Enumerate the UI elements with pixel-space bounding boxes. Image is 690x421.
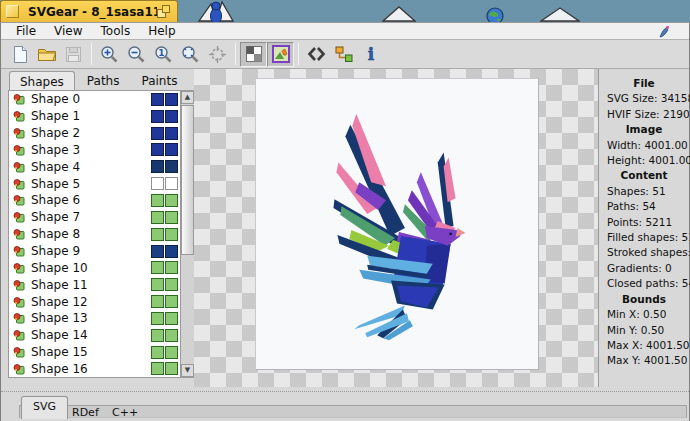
fill-color-swatch[interactable] bbox=[151, 245, 164, 258]
shape-icon bbox=[13, 329, 25, 341]
shapes-scrollbar[interactable]: ▲ ▼ bbox=[180, 91, 194, 377]
shape-label: Shape 7 bbox=[25, 210, 151, 224]
fill-color-swatch[interactable] bbox=[151, 177, 164, 190]
desktop-pyramid-icon[interactable] bbox=[540, 7, 580, 22]
stroke-color-swatch[interactable] bbox=[165, 177, 178, 190]
shape-icon bbox=[13, 296, 25, 308]
shape-icon bbox=[13, 194, 25, 206]
shape-list-item[interactable]: Shape 13 bbox=[9, 310, 180, 327]
tab-shapes[interactable]: Shapes bbox=[9, 71, 75, 91]
stroke-color-swatch[interactable] bbox=[165, 245, 178, 258]
fill-color-swatch[interactable] bbox=[151, 93, 164, 106]
shape-list-item[interactable]: Shape 5 bbox=[9, 175, 180, 192]
window-title: SVGear - 8_1sasa11.svg bbox=[28, 5, 157, 19]
stroke-color-swatch[interactable] bbox=[165, 278, 178, 291]
fill-color-swatch[interactable] bbox=[151, 110, 164, 123]
menu-view[interactable]: View bbox=[45, 23, 91, 39]
open-button[interactable] bbox=[33, 42, 60, 67]
fill-color-swatch[interactable] bbox=[151, 329, 164, 342]
fill-color-swatch[interactable] bbox=[151, 362, 164, 375]
shape-list-item[interactable]: Shape 1 bbox=[9, 108, 180, 125]
save-button[interactable] bbox=[60, 42, 87, 67]
fill-color-swatch[interactable] bbox=[151, 295, 164, 308]
tab-paints[interactable]: Paints bbox=[131, 71, 187, 91]
shape-list-item[interactable]: Shape 16 bbox=[9, 361, 180, 378]
stroke-color-swatch[interactable] bbox=[165, 312, 178, 325]
stroke-color-swatch[interactable] bbox=[165, 143, 178, 156]
shape-list-item[interactable]: Shape 7 bbox=[9, 209, 180, 226]
desktop-disk-icon[interactable] bbox=[382, 6, 416, 22]
shape-list-item[interactable]: Shape 8 bbox=[9, 226, 180, 243]
stroke-color-swatch[interactable] bbox=[165, 211, 178, 224]
stroke-color-swatch[interactable] bbox=[165, 228, 178, 241]
scrollbar-thumb[interactable] bbox=[181, 105, 194, 255]
stroke-color-swatch[interactable] bbox=[165, 93, 178, 106]
zoom-window-button[interactable] bbox=[157, 5, 171, 19]
menu-file[interactable]: File bbox=[7, 23, 45, 39]
stroke-color-swatch[interactable] bbox=[165, 194, 178, 207]
hierarchy-button[interactable] bbox=[330, 42, 357, 67]
info-row: Gradients: 0 bbox=[599, 261, 689, 276]
center-button[interactable] bbox=[204, 42, 231, 67]
shape-label: Shape 1 bbox=[25, 109, 151, 123]
svg-artboard[interactable] bbox=[255, 78, 539, 370]
scroll-down-arrow[interactable]: ▼ bbox=[181, 364, 194, 377]
shape-list-item[interactable]: Shape 10 bbox=[9, 259, 180, 276]
shape-list-item[interactable]: Shape 0 bbox=[9, 91, 180, 108]
window-titlebar[interactable]: SVGear - 8_1sasa11.svg bbox=[0, 0, 178, 22]
info-row: HVIF Size: 21901 bbox=[599, 107, 689, 122]
new-document-button[interactable] bbox=[6, 42, 33, 67]
tab-cpp[interactable]: C++ bbox=[101, 403, 149, 421]
scroll-up-arrow[interactable]: ▲ bbox=[181, 91, 194, 104]
canvas-area[interactable] bbox=[194, 69, 599, 387]
stroke-color-swatch[interactable] bbox=[165, 346, 178, 359]
info-row: Width: 4001.00 bbox=[599, 138, 689, 153]
checkerboard-toggle-button[interactable] bbox=[240, 42, 267, 67]
shapes-panel: Shapes Paths Paints Shape 0 Shape 1 bbox=[1, 69, 195, 387]
source-code-button[interactable] bbox=[303, 42, 330, 67]
fill-color-swatch[interactable] bbox=[151, 143, 164, 156]
fill-color-swatch[interactable] bbox=[151, 261, 164, 274]
fill-color-swatch[interactable] bbox=[151, 194, 164, 207]
shape-list-item[interactable]: Shape 2 bbox=[9, 125, 180, 142]
shape-list-item[interactable]: Shape 12 bbox=[9, 293, 180, 310]
shape-list-item[interactable]: Shape 4 bbox=[9, 158, 180, 175]
fill-color-swatch[interactable] bbox=[151, 160, 164, 173]
shape-icon bbox=[13, 346, 25, 358]
desktop-figure-icon[interactable] bbox=[197, 1, 235, 22]
fill-color-swatch[interactable] bbox=[151, 127, 164, 140]
stroke-color-swatch[interactable] bbox=[165, 329, 178, 342]
desktop-globe-icon[interactable] bbox=[485, 6, 505, 22]
fill-color-swatch[interactable] bbox=[151, 228, 164, 241]
close-button[interactable] bbox=[6, 5, 19, 18]
zoom-in-button[interactable] bbox=[96, 42, 123, 67]
shape-label: Shape 8 bbox=[25, 227, 151, 241]
stroke-color-swatch[interactable] bbox=[165, 127, 178, 140]
fill-color-swatch[interactable] bbox=[151, 346, 164, 359]
menu-tools[interactable]: Tools bbox=[92, 23, 140, 39]
stroke-color-swatch[interactable] bbox=[165, 295, 178, 308]
stroke-color-swatch[interactable] bbox=[165, 160, 178, 173]
image-preview-toggle-button[interactable] bbox=[267, 42, 294, 67]
stroke-color-swatch[interactable] bbox=[165, 110, 178, 123]
menu-help[interactable]: Help bbox=[139, 23, 184, 39]
shape-list-item[interactable]: Shape 6 bbox=[9, 192, 180, 209]
shape-icon bbox=[13, 93, 25, 105]
info-row: Points: 5211 bbox=[599, 215, 689, 230]
zoom-original-button[interactable]: 1 bbox=[150, 42, 177, 67]
zoom-fit-button[interactable] bbox=[177, 42, 204, 67]
stroke-color-swatch[interactable] bbox=[165, 362, 178, 375]
fill-color-swatch[interactable] bbox=[151, 278, 164, 291]
shape-list-item[interactable]: Shape 3 bbox=[9, 142, 180, 159]
stroke-color-swatch[interactable] bbox=[165, 261, 178, 274]
info-button[interactable]: i bbox=[357, 42, 384, 67]
shape-list-item[interactable]: Shape 9 bbox=[9, 243, 180, 260]
shape-list-item[interactable]: Shape 14 bbox=[9, 327, 180, 344]
horizontal-splitter[interactable] bbox=[1, 387, 689, 397]
shape-list-item[interactable]: Shape 11 bbox=[9, 276, 180, 293]
shape-list-item[interactable]: Shape 15 bbox=[9, 344, 180, 361]
fill-color-swatch[interactable] bbox=[151, 211, 164, 224]
zoom-out-button[interactable] bbox=[123, 42, 150, 67]
tab-paths[interactable]: Paths bbox=[77, 71, 130, 91]
fill-color-swatch[interactable] bbox=[151, 312, 164, 325]
